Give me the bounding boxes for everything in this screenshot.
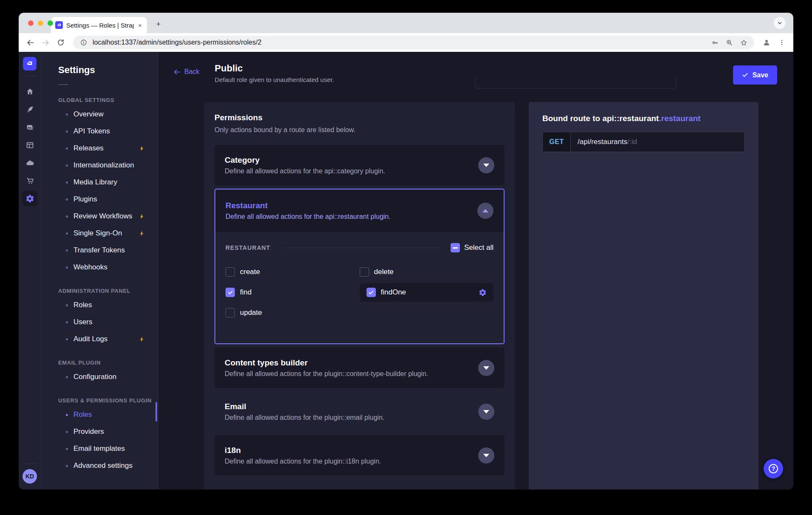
sidebar-item-releases[interactable]: Releases — [58, 140, 158, 157]
desktop: Settings — Roles | Strapi × + — [0, 0, 812, 515]
delete-checkbox[interactable] — [360, 267, 369, 277]
window-controls — [28, 20, 53, 26]
sidebar-item-providers[interactable]: Providers — [58, 423, 158, 440]
rail-content-type-builder-button[interactable] — [22, 137, 37, 153]
update-checkbox[interactable] — [226, 308, 235, 317]
reload-icon[interactable] — [54, 36, 67, 49]
permission-delete[interactable]: delete — [360, 267, 394, 277]
sidebar-item-configuration[interactable]: Configuration — [58, 368, 158, 385]
sidebar-item-email-templates[interactable]: Email templates — [58, 440, 158, 457]
accordion-header-category[interactable]: CategoryDefine all allowed actions for t… — [214, 145, 505, 185]
zoom-window-button[interactable] — [48, 20, 53, 26]
create-checkbox[interactable] — [226, 267, 235, 277]
url-text[interactable]: localhost:1337/admin/settings/users-perm… — [93, 39, 706, 46]
browser-menu-icon[interactable] — [775, 36, 788, 49]
close-window-button[interactable] — [28, 20, 34, 26]
sidebar-item-roles[interactable]: Roles — [58, 297, 158, 314]
permission-cell: find — [226, 282, 360, 303]
select-all-checkbox[interactable] — [451, 243, 460, 252]
advanced-settings-cog-button[interactable] — [479, 289, 487, 297]
permission-label: findOne — [381, 288, 406, 297]
accordion-header-i18n[interactable]: i18nDefine all allowed actions for the p… — [214, 435, 505, 475]
page-title: Public — [215, 63, 334, 74]
accordion-header-content-types-builder[interactable]: Content types builderDefine all allowed … — [214, 348, 505, 388]
sidebar-item-transfer-tokens[interactable]: Transfer Tokens — [58, 242, 158, 259]
findOne-checkbox[interactable] — [367, 288, 376, 297]
question-mark-icon: ? — [769, 464, 778, 473]
route-method-badge: GET — [543, 132, 571, 152]
bookmark-star-icon[interactable] — [738, 37, 749, 48]
sidebar-item-review-workflows[interactable]: Review Workflows — [58, 208, 158, 225]
back-nav-icon[interactable] — [24, 36, 37, 49]
sidebar-item-label: Plugins — [73, 195, 97, 204]
help-button[interactable]: ? — [764, 459, 783, 478]
permissions-card: Permissions Only actions bound by a rout… — [204, 102, 515, 490]
password-key-icon[interactable] — [709, 37, 720, 48]
forward-nav-icon[interactable] — [39, 36, 52, 49]
sidebar-item-label: Roles — [73, 301, 92, 309]
permission-update[interactable]: update — [226, 308, 262, 317]
media-library-icon — [25, 123, 34, 132]
browser-profile-icon[interactable] — [760, 36, 773, 49]
save-button[interactable]: Save — [733, 65, 777, 85]
sidebar-section-label: USERS & PERMISSIONS PLUGIN — [58, 397, 158, 404]
select-all-control[interactable]: Select all — [451, 243, 493, 252]
browser-toolbar: localhost:1337/admin/settings/users-perm… — [19, 33, 793, 52]
sidebar-section-label: ADMINISTRATION PANEL — [58, 288, 158, 294]
expand-toggle-button[interactable] — [478, 157, 494, 173]
site-info-icon[interactable] — [78, 37, 89, 48]
address-bar[interactable]: localhost:1337/admin/settings/users-perm… — [73, 36, 754, 49]
accordion-titles: Content types builderDefine all allowed … — [225, 358, 478, 378]
tab-close-icon[interactable]: × — [137, 22, 143, 29]
sidebar-item-media-library[interactable]: Media Library — [58, 174, 158, 191]
minimize-window-button[interactable] — [38, 20, 43, 26]
permission-cell: findOne — [360, 282, 494, 303]
sidebar-item-roles[interactable]: Roles — [58, 406, 158, 423]
permission-create[interactable]: create — [226, 267, 260, 277]
content-type-builder-icon — [25, 141, 34, 150]
sidebar-item-single-sign-on[interactable]: Single Sign-On — [58, 225, 158, 242]
permission-findOne[interactable]: findOne — [360, 283, 494, 302]
accordion-title: Content types builder — [225, 358, 478, 368]
sidebar-item-audit-logs[interactable]: Audit Logs — [58, 331, 158, 348]
rail-marketplace-button[interactable] — [22, 173, 37, 188]
rail-cloud-button[interactable] — [22, 155, 37, 170]
sidebar-item-webhooks[interactable]: Webhooks — [58, 259, 158, 276]
rail-media-library-button[interactable] — [22, 119, 37, 135]
accordion-title: Email — [225, 402, 478, 411]
sidebar-item-label: API Tokens — [73, 127, 110, 136]
sidebar-item-advanced-settings[interactable]: Advanced settings — [58, 457, 158, 474]
new-tab-button[interactable]: + — [153, 19, 164, 30]
group-divider-line — [282, 248, 439, 248]
sidebar-item-plugins[interactable]: Plugins — [58, 191, 158, 208]
sidebar-item-users[interactable]: Users — [58, 314, 158, 331]
zoom-page-icon[interactable] — [724, 37, 735, 48]
sidebar-item-label: Internationalization — [73, 161, 134, 170]
rail-settings-button[interactable] — [22, 191, 37, 206]
user-avatar[interactable]: KD — [23, 469, 37, 484]
bullet-icon — [66, 215, 68, 218]
strapi-logo-icon[interactable] — [23, 57, 37, 71]
sidebar-section-label: EMAIL PLUGIN — [58, 359, 158, 366]
rail-content-manager-button[interactable] — [22, 102, 37, 117]
accordion-header-restaurant[interactable]: RestaurantDefine all allowed actions for… — [215, 190, 504, 232]
route-row: GET /api/restaurants/:id — [542, 132, 745, 152]
find-checkbox[interactable] — [226, 288, 235, 297]
accordion-header-email[interactable]: EmailDefine all allowed actions for the … — [214, 391, 505, 432]
sidebar-scrollbar-thumb[interactable] — [155, 402, 157, 422]
permission-find[interactable]: find — [226, 288, 251, 297]
sidebar-item-overview[interactable]: Overview — [58, 106, 158, 123]
tab-search-button[interactable] — [774, 17, 786, 29]
browser-tab[interactable]: Settings — Roles | Strapi × — [51, 17, 147, 33]
accordion-content-types-builder: Content types builderDefine all allowed … — [214, 348, 505, 388]
collapse-toggle-button[interactable] — [477, 203, 493, 219]
expand-toggle-button[interactable] — [478, 404, 494, 420]
route-path-param: /:id — [627, 138, 637, 146]
rail-home-button[interactable] — [22, 84, 37, 99]
sidebar-item-internationalization[interactable]: Internationalization — [58, 157, 158, 174]
back-link[interactable]: Back — [173, 68, 200, 76]
expand-toggle-button[interactable] — [478, 447, 494, 464]
sidebar-item-api-tokens[interactable]: API Tokens — [58, 123, 158, 140]
bullet-icon — [66, 266, 68, 269]
expand-toggle-button[interactable] — [478, 360, 494, 376]
